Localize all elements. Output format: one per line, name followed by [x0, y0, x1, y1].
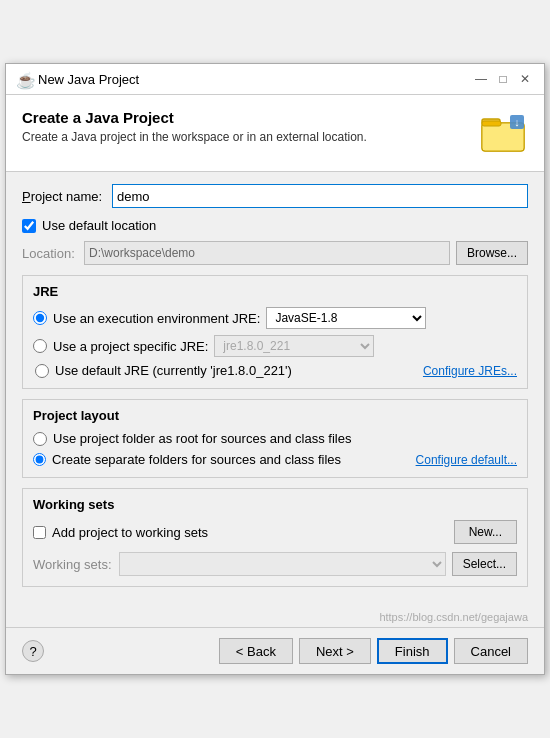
titlebar-left: ☕ New Java Project: [16, 71, 139, 87]
jre-section: JRE Use an execution environment JRE: Ja…: [22, 275, 528, 389]
header-text: Create a Java Project Create a Java proj…: [22, 109, 367, 144]
working-sets-field-label: Working sets:: [33, 557, 113, 572]
project-layout-section: Project layout Use project folder as roo…: [22, 399, 528, 478]
jre-radio1-label[interactable]: Use an execution environment JRE:: [53, 311, 260, 326]
layout-radio1[interactable]: [33, 432, 47, 446]
maximize-button[interactable]: □: [494, 70, 512, 88]
configure-default-link[interactable]: Configure default...: [416, 453, 517, 467]
layout-radio2-row: Create separate folders for sources and …: [33, 452, 517, 467]
header-title: Create a Java Project: [22, 109, 367, 126]
minimize-button[interactable]: —: [472, 70, 490, 88]
close-button[interactable]: ✕: [516, 70, 534, 88]
default-location-checkbox[interactable]: [22, 219, 36, 233]
project-name-row: Project name:: [22, 184, 528, 208]
layout-radio2[interactable]: [33, 453, 46, 466]
jre-specific-select[interactable]: jre1.8.0_221: [214, 335, 374, 357]
help-button[interactable]: ?: [22, 640, 44, 662]
layout-radio2-label[interactable]: Create separate folders for sources and …: [52, 452, 341, 467]
finish-button[interactable]: Finish: [377, 638, 448, 664]
jre-radio1[interactable]: [33, 311, 47, 325]
dialog-new-java-project: ☕ New Java Project — □ ✕ Create a Java P…: [5, 63, 545, 675]
browse-button[interactable]: Browse...: [456, 241, 528, 265]
footer-left: ?: [22, 640, 44, 662]
project-name-input[interactable]: [112, 184, 528, 208]
project-name-label: Project name:: [22, 189, 112, 204]
project-layout-label: Project layout: [33, 408, 517, 423]
jre-section-label: JRE: [33, 284, 517, 299]
working-sets-label: Working sets: [33, 497, 517, 512]
working-sets-checkbox-row: Add project to working sets New...: [33, 520, 517, 544]
working-sets-select[interactable]: [119, 552, 446, 576]
jre-environment-select[interactable]: JavaSE-1.8 JavaSE-11 JavaSE-17: [266, 307, 426, 329]
location-label: Location:: [22, 246, 84, 261]
header-subtitle: Create a Java project in the workspace o…: [22, 130, 367, 144]
configure-jres-link[interactable]: Configure JREs...: [423, 364, 517, 378]
next-button[interactable]: Next >: [299, 638, 371, 664]
layout-radio1-label[interactable]: Use project folder as root for sources a…: [53, 431, 351, 446]
cancel-button[interactable]: Cancel: [454, 638, 528, 664]
default-location-row: Use default location: [22, 218, 528, 233]
layout-radio2-inner: Create separate folders for sources and …: [33, 452, 341, 467]
content-area: Project name: Use default location Locat…: [6, 172, 544, 609]
jre-radio3-inner: Use default JRE (currently 'jre1.8.0_221…: [33, 363, 292, 378]
svg-rect-3: [482, 121, 501, 126]
working-sets-left: Add project to working sets: [33, 525, 208, 540]
titlebar: ☕ New Java Project — □ ✕: [6, 64, 544, 95]
default-location-label[interactable]: Use default location: [42, 218, 156, 233]
watermark: https://blog.csdn.net/gegajawa: [6, 609, 544, 627]
jre-radio2-row: Use a project specific JRE: jre1.8.0_221: [33, 335, 517, 357]
java-project-icon: ☕: [16, 71, 32, 87]
working-sets-field-row: Working sets: Select...: [33, 552, 517, 576]
location-row: Location: Browse...: [22, 241, 528, 265]
jre-radio2-label[interactable]: Use a project specific JRE:: [53, 339, 208, 354]
layout-radio1-row: Use project folder as root for sources a…: [33, 431, 517, 446]
jre-radio3-label[interactable]: Use default JRE (currently 'jre1.8.0_221…: [55, 363, 292, 378]
footer-buttons: < Back Next > Finish Cancel: [219, 638, 528, 664]
new-working-set-button[interactable]: New...: [454, 520, 517, 544]
back-button[interactable]: < Back: [219, 638, 293, 664]
working-sets-checkbox-label[interactable]: Add project to working sets: [52, 525, 208, 540]
select-working-set-button[interactable]: Select...: [452, 552, 517, 576]
svg-text:↓: ↓: [514, 116, 520, 128]
titlebar-controls: — □ ✕: [472, 70, 534, 88]
jre-radio2[interactable]: [33, 339, 47, 353]
working-sets-section: Working sets Add project to working sets…: [22, 488, 528, 587]
location-input[interactable]: [84, 241, 450, 265]
working-sets-checkbox[interactable]: [33, 526, 46, 539]
jre-radio1-row: Use an execution environment JRE: JavaSE…: [33, 307, 517, 329]
jre-radio3[interactable]: [35, 364, 49, 378]
folder-icon: ↓: [480, 109, 528, 157]
jre-radio3-row: Use default JRE (currently 'jre1.8.0_221…: [33, 363, 517, 378]
header-section: Create a Java Project Create a Java proj…: [6, 95, 544, 172]
footer: ? < Back Next > Finish Cancel: [6, 627, 544, 674]
titlebar-title: New Java Project: [38, 72, 139, 87]
